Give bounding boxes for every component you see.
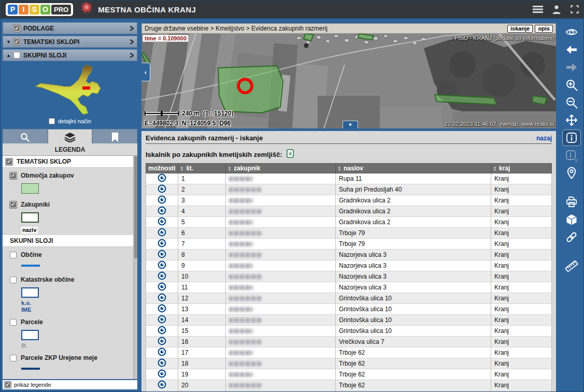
view-row-button[interactable]	[158, 351, 166, 358]
panel-checkbox[interactable]	[13, 38, 20, 45]
print-tool[interactable]	[563, 194, 580, 210]
view-row-button[interactable]	[158, 253, 166, 260]
view-row-button[interactable]	[158, 209, 166, 216]
piso-logo[interactable]: P I S O PRO	[6, 3, 73, 16]
panel-checkbox[interactable]	[13, 52, 20, 59]
legend-swatch	[21, 183, 39, 194]
legend-group-header: TEMATSKI SKLOP	[3, 156, 133, 168]
sort-icon[interactable]: ▲▼	[338, 166, 341, 171]
location-pin-tool[interactable]	[563, 165, 580, 181]
show-legend-checkbox[interactable]	[5, 382, 11, 388]
view-row-button[interactable]	[158, 242, 166, 249]
sidebar-panel-skupni-sloji[interactable]: ▲ SKUPNI SLOJI >	[3, 49, 137, 61]
chevron-right-icon[interactable]: >	[130, 23, 134, 34]
view-row-button[interactable]	[158, 340, 166, 347]
row-number: 20	[178, 380, 226, 391]
legend-item-checkbox[interactable]	[10, 201, 17, 208]
location-pin-icon	[565, 166, 578, 180]
zoom-out-tool[interactable]	[563, 95, 580, 110]
panel-label: SKUPNI SLOJI	[23, 52, 130, 59]
view-row-button[interactable]	[158, 372, 166, 380]
sort-icon[interactable]: ▲▼	[228, 166, 231, 171]
view-row-button[interactable]	[158, 177, 166, 184]
history-forward-icon	[565, 61, 578, 74]
view-row-button[interactable]	[158, 285, 166, 293]
view-row-button[interactable]	[158, 383, 166, 390]
view-row-button[interactable]	[158, 307, 166, 314]
tab-layers[interactable]	[48, 129, 93, 144]
zoom-in-tool[interactable]	[563, 77, 580, 93]
history-back-tool[interactable]	[563, 42, 580, 57]
collapse-icon[interactable]: ▲	[6, 53, 13, 58]
history-forward-tool[interactable]	[563, 60, 580, 75]
zakupnik-redacted	[229, 187, 262, 192]
legend-item-label: Občine	[21, 251, 42, 258]
legend-group-label: SKUPNI SLOJI	[10, 237, 53, 244]
collapse-sidebar-button[interactable]: ‹	[141, 63, 150, 81]
row-kraj: Kranj	[491, 369, 552, 380]
legend-item-checkbox[interactable]	[10, 172, 17, 179]
info-tool[interactable]	[563, 130, 580, 146]
view-row-button[interactable]	[158, 220, 166, 227]
view-row-button[interactable]	[158, 231, 166, 238]
column-header-kraj[interactable]: ▲▼kraj	[491, 164, 552, 173]
sort-icon[interactable]: ▲▼	[493, 166, 496, 171]
scale-value[interactable]: 15120	[214, 110, 231, 117]
view-row-button[interactable]	[158, 329, 166, 336]
overview-map[interactable]	[3, 63, 137, 117]
column-header-naslov[interactable]: ▲▼naslov	[336, 164, 491, 173]
detail-mode-checkbox[interactable]	[49, 118, 55, 124]
view-row-button[interactable]	[158, 264, 166, 271]
legend-scrollbar[interactable]	[133, 156, 137, 379]
pan-tool[interactable]	[563, 112, 580, 128]
legend-item-checkbox[interactable]	[10, 355, 17, 361]
menu-icon[interactable]	[533, 5, 543, 13]
column-header-t[interactable]: ▲▼št.	[178, 164, 226, 173]
view-row-button[interactable]	[158, 361, 166, 369]
view-row-button[interactable]	[158, 274, 166, 282]
coord-n: N=124059.5	[182, 120, 216, 127]
legend-swatch	[21, 368, 40, 370]
table-row: 19Trboje 62Kranj	[146, 369, 552, 380]
legend-scroll-area: TEMATSKI SKLOPObmočja zakupovZakupnikina…	[3, 156, 133, 379]
share-link-tool[interactable]	[563, 229, 580, 245]
scrollbar-thumb[interactable]	[134, 156, 137, 258]
excel-export-icon[interactable]: X	[287, 149, 294, 160]
identify-eye-tool[interactable]	[563, 24, 580, 40]
datum-link[interactable]: D96	[219, 120, 231, 127]
iskanje-button[interactable]: iskanje	[507, 25, 533, 33]
collapse-map-button[interactable]: ▼	[343, 121, 358, 128]
legend-group-checkbox[interactable]	[6, 158, 12, 165]
tab-search[interactable]	[3, 129, 48, 144]
sort-icon[interactable]: ▲▼	[180, 166, 183, 171]
row-naslov: Rupa 11	[336, 173, 491, 184]
user-icon[interactable]	[551, 4, 562, 14]
sidebar-panel-tematski-sklopi[interactable]: ▼ TEMATSKI SKLOPI >	[3, 36, 137, 48]
zakupnik-redacted	[229, 242, 253, 246]
chevron-right-icon[interactable]: >	[130, 36, 134, 47]
table-row: 10Nazorjeva ulica 3Kranj	[146, 271, 552, 282]
sidebar-panel-podlage[interactable]: PODLAGE >	[3, 22, 137, 34]
legend-item-checkbox[interactable]	[10, 319, 17, 326]
opis-button[interactable]: opis	[535, 25, 553, 33]
tab-bookmarks[interactable]	[92, 129, 137, 144]
back-link[interactable]: nazaj	[536, 135, 552, 142]
column-header-zakupnik[interactable]: ▲▼zakupnik	[226, 164, 336, 173]
panel-checkbox[interactable]	[13, 25, 20, 32]
table-row: 14Grintovška ulica 10Kranj	[146, 315, 552, 326]
row-number: 9	[178, 260, 226, 271]
view-row-button[interactable]	[158, 198, 166, 206]
cube-3d-tool[interactable]	[563, 212, 580, 227]
info-group-tool[interactable]: g	[563, 148, 580, 163]
chevron-right-icon[interactable]: >	[130, 50, 134, 61]
view-row-button[interactable]	[158, 296, 166, 303]
legend-item-checkbox[interactable]	[10, 277, 17, 283]
fullscreen-icon[interactable]	[570, 5, 579, 14]
collapse-icon[interactable]: ▼	[6, 39, 13, 45]
ruler-tool[interactable]	[563, 258, 580, 274]
map-canvas[interactable]: time = 0.109000 © PISO - KRANJ (podatki …	[141, 34, 556, 128]
view-row-button[interactable]	[158, 318, 166, 325]
view-row-button[interactable]	[158, 187, 166, 195]
legend-item-checkbox[interactable]	[10, 252, 17, 258]
table-row: 4Gradnikova ulica 2Kranj	[146, 206, 552, 217]
